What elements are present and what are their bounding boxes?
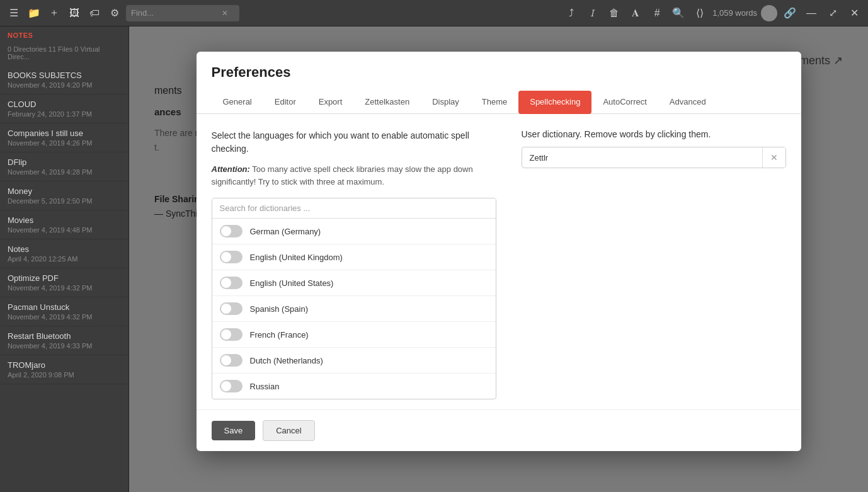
sidebar-item-date: November 4, 2019 4:26 PM <box>8 139 121 149</box>
toggle-english-us[interactable] <box>220 277 243 289</box>
cancel-button[interactable]: Cancel <box>263 420 314 441</box>
toggle-russian-slider[interactable] <box>220 380 243 392</box>
toggle-spanish-slider[interactable] <box>220 302 243 315</box>
image-icon[interactable]: 🖼 <box>66 4 83 22</box>
share-icon[interactable]: ⤴ <box>562 4 580 22</box>
sidebar-item-title: Money <box>8 186 121 196</box>
sidebar-item-title: Notes <box>8 244 121 254</box>
link-icon[interactable]: 🔗 <box>781 4 799 22</box>
preferences-header: Preferences <box>197 52 801 91</box>
files-icon[interactable]: 📁 <box>25 4 43 22</box>
tab-display[interactable]: Display <box>421 91 471 114</box>
dict-search-input[interactable] <box>212 198 496 219</box>
sidebar-item-pacman[interactable]: Pacman Unstuck November 4, 2019 4:32 PM <box>0 297 128 326</box>
tab-zettelkasten[interactable]: Zettelkasten <box>353 91 421 114</box>
dict-item-label-dutch: Dutch (Netherlands) <box>250 356 323 365</box>
code-icon[interactable]: ⟨⟩ <box>691 4 709 22</box>
sidebar-item-money[interactable]: Money December 5, 2019 2:50 PM <box>0 181 128 210</box>
toggle-spanish[interactable] <box>220 302 243 315</box>
toggle-german[interactable] <box>220 225 243 237</box>
toggle-dutch-slider[interactable] <box>220 354 243 367</box>
toggle-dutch[interactable] <box>220 354 243 367</box>
dict-item-label-spanish: Spanish (Spain) <box>250 304 309 314</box>
toolbar-right: ⤴ 𝘐 🗑 𝐀 # 🔍 ⟨⟩ 1,059 words 🔗 — ⤢ ✕ <box>562 4 863 22</box>
user-dict-word-remove-btn[interactable]: ✕ <box>762 147 785 168</box>
new-file-icon[interactable]: ＋ <box>45 4 63 22</box>
search-bar: ✕ <box>126 5 239 21</box>
tag-icon[interactable]: 🏷 <box>86 4 103 22</box>
sidebar-item-bluetooth[interactable]: Restart Bluetooth November 4, 2019 4:33 … <box>0 326 128 355</box>
sidebar-header: NOTES <box>0 26 128 44</box>
main-content: NOTES 0 Directories 11 Files 0 Virtual D… <box>0 26 868 492</box>
sidebar-item-date: November 4, 2019 4:48 PM <box>8 226 121 236</box>
sidebar-item-optimize[interactable]: Optimize PDF November 4, 2019 4:32 PM <box>0 268 128 297</box>
avatar <box>761 5 777 21</box>
dictionary-search-container: German (Germany) English (United Kingdom… <box>212 198 496 399</box>
dict-item-english-us: English (United States) <box>212 270 496 296</box>
sidebar-item-cloud[interactable]: CLOUD February 24, 2020 1:37 PM <box>0 94 128 123</box>
close-icon[interactable]: ✕ <box>845 4 863 22</box>
find-input[interactable] <box>131 8 219 18</box>
italic-icon[interactable]: 𝘐 <box>584 4 602 22</box>
settings-icon[interactable]: ⚙ <box>106 4 123 22</box>
preferences-footer: Save Cancel <box>197 409 801 451</box>
sidebar-item-title: TROMjaro <box>8 360 121 370</box>
maximize-icon[interactable]: ⤢ <box>824 4 842 22</box>
preferences-tabs: General Editor Export Zettelkasten Displ… <box>197 91 801 114</box>
sidebar-item-dflip[interactable]: DFlip November 4, 2019 4:28 PM <box>0 152 128 181</box>
sidebar-item-date: November 4, 2019 4:32 PM <box>8 313 121 323</box>
tab-general[interactable]: General <box>212 91 263 114</box>
toggle-russian[interactable] <box>220 380 243 392</box>
preferences-body: Select the languages for which you want … <box>197 114 801 409</box>
user-dict-word-text: Zettlr <box>522 148 762 168</box>
word-count: 1,059 words <box>712 8 757 18</box>
tab-export[interactable]: Export <box>307 91 354 114</box>
sidebar-item-date: February 24, 2020 1:37 PM <box>8 110 121 120</box>
dict-item-russian: Russian <box>212 374 496 399</box>
sidebar-item-date: November 4, 2019 4:28 PM <box>8 168 121 178</box>
sidebar-item-title: BOOKS SUBJETCS <box>8 71 121 80</box>
delete-icon[interactable]: 🗑 <box>605 4 623 22</box>
sidebar: NOTES 0 Directories 11 Files 0 Virtual D… <box>0 26 129 492</box>
tab-editor[interactable]: Editor <box>263 91 307 114</box>
tab-theme[interactable]: Theme <box>471 91 518 114</box>
dict-item-spanish: Spanish (Spain) <box>212 296 496 322</box>
toggle-french[interactable] <box>220 328 243 341</box>
save-button[interactable]: Save <box>212 421 256 440</box>
font-icon[interactable]: 𝐀 <box>627 4 644 22</box>
tab-autocorrect[interactable]: AutoCorrect <box>591 91 658 114</box>
toggle-english-us-slider[interactable] <box>220 277 243 289</box>
tab-spellchecking[interactable]: Spellchecking <box>518 91 591 114</box>
minimize-icon[interactable]: — <box>802 4 820 22</box>
tab-advanced[interactable]: Advanced <box>658 91 717 114</box>
sidebar-item-notes[interactable]: Notes April 4, 2020 12:25 AM <box>0 239 128 268</box>
hash-icon[interactable]: # <box>648 4 666 22</box>
toggle-german-slider[interactable] <box>220 225 243 237</box>
close-search-icon[interactable]: ✕ <box>222 9 228 18</box>
search-icon[interactable]: 🔍 <box>670 4 687 22</box>
dict-item-dutch: Dutch (Netherlands) <box>212 348 496 374</box>
dict-item-german: German (Germany) <box>212 219 496 244</box>
dict-item-label-english-uk: English (United Kingdom) <box>250 253 343 262</box>
toggle-english-uk[interactable] <box>220 251 243 263</box>
toggle-french-slider[interactable] <box>220 328 243 341</box>
dictionary-list: German (Germany) English (United Kingdom… <box>212 219 496 399</box>
dict-item-label-german: German (Germany) <box>250 227 321 236</box>
sidebar-item-title: Optimize PDF <box>8 273 121 283</box>
sidebar-item-date: April 2, 2020 9:08 PM <box>8 371 121 381</box>
dict-item-label-russian: Russian <box>250 382 280 391</box>
sidebar-item-movies[interactable]: Movies November 4, 2019 4:48 PM <box>0 210 128 239</box>
menu-icon[interactable]: ☰ <box>5 4 23 22</box>
toolbar: ☰ 📁 ＋ 🖼 🏷 ⚙ ✕ ⤴ 𝘐 🗑 𝐀 # 🔍 ⟨⟩ 1,059 words… <box>0 0 868 26</box>
user-dict-word[interactable]: Zettlr ✕ <box>522 147 786 168</box>
sidebar-item-books[interactable]: BOOKS SUBJETCS November 4, 2019 4:20 PM <box>0 66 128 94</box>
dict-item-label-french: French (France) <box>250 330 309 340</box>
toggle-english-uk-slider[interactable] <box>220 251 243 263</box>
dict-item-french: French (France) <box>212 322 496 348</box>
sidebar-item-companies[interactable]: Companies I still use November 4, 2019 4… <box>0 123 128 152</box>
user-dict-label: User dictionary. Remove words by clickin… <box>522 129 786 139</box>
modal-overlay: Preferences General Editor Export Zettel… <box>129 26 868 492</box>
pref-attention: Attention: Too many active spell check l… <box>212 163 496 188</box>
sidebar-item-tromjaro[interactable]: TROMjaro April 2, 2020 9:08 PM <box>0 355 128 384</box>
preferences-dialog: Preferences General Editor Export Zettel… <box>197 52 801 451</box>
